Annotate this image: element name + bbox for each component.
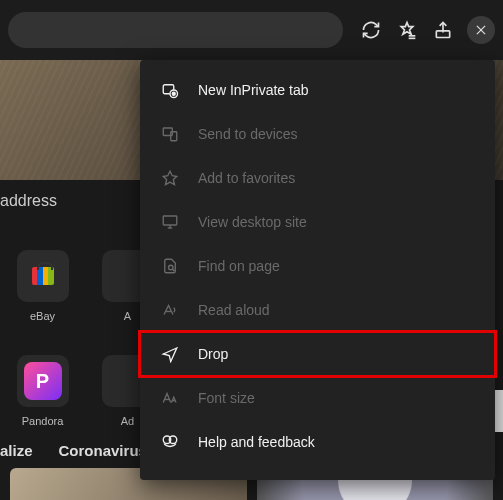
svg-rect-12 xyxy=(163,216,177,225)
pandora-icon: P xyxy=(17,355,69,407)
inprivate-icon xyxy=(160,80,180,100)
svg-marker-0 xyxy=(401,23,413,35)
tile-label: Pandora xyxy=(22,415,64,427)
address-label: address xyxy=(0,192,57,210)
menu-item-label: Add to favorites xyxy=(198,170,295,186)
menu-item-label: Drop xyxy=(198,346,228,362)
tile-pandora[interactable]: P Pandora xyxy=(10,355,75,427)
drop-icon xyxy=(160,344,180,364)
tile-label: A xyxy=(124,310,131,322)
menu-view-desktop-site[interactable]: View desktop site xyxy=(140,200,495,244)
refresh-icon[interactable] xyxy=(359,18,383,42)
tile-label: Ad xyxy=(121,415,134,427)
menu-send-to-devices[interactable]: Send to devices xyxy=(140,112,495,156)
ebay-icon xyxy=(17,250,69,302)
top-bar xyxy=(0,0,503,60)
font-size-icon xyxy=(160,388,180,408)
address-bar[interactable] xyxy=(8,12,343,48)
menu-item-label: New InPrivate tab xyxy=(198,82,309,98)
news-tab[interactable]: Coronavirus xyxy=(59,442,147,459)
menu-item-label: Help and feedback xyxy=(198,434,315,450)
close-button[interactable] xyxy=(467,16,495,44)
svg-point-8 xyxy=(172,92,175,95)
tile-label: eBay xyxy=(30,310,55,322)
favorites-list-icon[interactable] xyxy=(395,18,419,42)
news-tabs: alize Coronavirus xyxy=(0,442,147,459)
star-icon xyxy=(160,168,180,188)
desktop-icon xyxy=(160,212,180,232)
menu-new-inprivate-tab[interactable]: New InPrivate tab xyxy=(140,68,495,112)
news-tab[interactable]: alize xyxy=(0,442,33,459)
svg-marker-11 xyxy=(163,171,177,185)
help-feedback-icon xyxy=(160,432,180,452)
overflow-menu: New InPrivate tab Send to devices Add to… xyxy=(140,60,495,480)
quick-links-row-1: eBay A xyxy=(0,250,160,322)
quick-links-row-2: P Pandora Ad xyxy=(0,355,160,427)
menu-item-label: Read aloud xyxy=(198,302,270,318)
tile-ebay[interactable]: eBay xyxy=(10,250,75,322)
read-aloud-icon xyxy=(160,300,180,320)
send-devices-icon xyxy=(160,124,180,144)
find-icon xyxy=(160,256,180,276)
menu-item-label: View desktop site xyxy=(198,214,307,230)
menu-find-on-page[interactable]: Find on page xyxy=(140,244,495,288)
menu-drop[interactable]: Drop xyxy=(140,332,495,376)
menu-add-to-favorites[interactable]: Add to favorites xyxy=(140,156,495,200)
menu-font-size[interactable]: Font size xyxy=(140,376,495,420)
menu-item-label: Find on page xyxy=(198,258,280,274)
menu-item-label: Send to devices xyxy=(198,126,298,142)
menu-item-label: Font size xyxy=(198,390,255,406)
share-icon[interactable] xyxy=(431,18,455,42)
menu-help-and-feedback[interactable]: Help and feedback xyxy=(140,420,495,464)
svg-line-16 xyxy=(172,269,174,271)
menu-read-aloud[interactable]: Read aloud xyxy=(140,288,495,332)
